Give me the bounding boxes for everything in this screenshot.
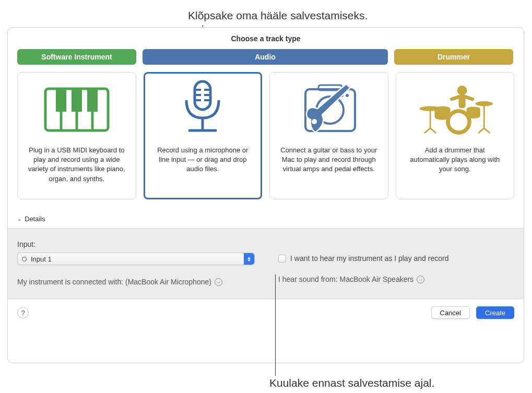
svg-point-20 xyxy=(346,94,349,97)
card-drummer[interactable]: Add a drummer that automatically plays a… xyxy=(396,72,515,199)
cancel-button[interactable]: Cancel xyxy=(431,306,470,319)
svg-point-37 xyxy=(450,113,468,130)
tab-drummer[interactable]: Drummer xyxy=(394,49,513,65)
card-description: Connect a guitar or bass to your Mac to … xyxy=(276,146,382,174)
select-arrows-icon xyxy=(244,253,254,265)
input-device-text: My instrument is connected with: (MacBoo… xyxy=(17,278,211,286)
svg-rect-6 xyxy=(87,90,98,112)
arrow-right-circle-icon: → xyxy=(417,276,424,283)
drummer-icon xyxy=(416,81,494,138)
svg-line-32 xyxy=(478,128,484,133)
create-button[interactable]: Create xyxy=(476,306,514,319)
monitor-checkbox[interactable] xyxy=(278,255,286,263)
input-select[interactable]: Input 1 xyxy=(17,253,255,265)
output-device-text: I hear sound from: MacBook Air Speakers xyxy=(278,275,413,283)
dialog-footer: ? Cancel Create xyxy=(8,299,524,326)
callout-bottom: Kuulake ennast salvestamise ajal. xyxy=(269,377,434,389)
microphone-icon xyxy=(163,81,242,138)
output-device-info[interactable]: I hear sound from: MacBook Air Speakers … xyxy=(278,275,514,283)
track-cards: Plug in a USB MIDI keyboard to play and … xyxy=(8,65,524,199)
svg-point-21 xyxy=(312,119,317,124)
input-value: Input 1 xyxy=(31,255,52,263)
callout-line xyxy=(275,275,276,376)
callout-top: Klõpsake oma hääle salvestamiseks. xyxy=(188,9,368,22)
card-audio-mic[interactable]: Record using a microphone or line input … xyxy=(144,72,263,199)
card-audio-guitar[interactable]: Connect a guitar or bass to your Mac to … xyxy=(269,72,388,199)
svg-line-29 xyxy=(430,128,436,133)
input-circle-icon xyxy=(22,257,27,261)
help-button[interactable]: ? xyxy=(17,307,29,318)
track-type-dialog: Choose a track type Software Instrument … xyxy=(7,27,524,363)
keyboard-icon xyxy=(38,81,116,138)
svg-rect-17 xyxy=(318,85,342,90)
svg-line-28 xyxy=(424,128,430,133)
details-label: Details xyxy=(25,215,45,223)
tab-audio[interactable]: Audio xyxy=(143,49,388,65)
input-label: Input: xyxy=(17,240,263,248)
card-software-instrument[interactable]: Plug in a USB MIDI keyboard to play and … xyxy=(17,72,136,199)
arrow-right-circle-icon: → xyxy=(215,278,222,286)
details-disclosure[interactable]: ⌄ Details xyxy=(8,199,524,228)
input-device-info[interactable]: My instrument is connected with: (MacBoo… xyxy=(17,278,263,286)
card-description: Record using a microphone or line input … xyxy=(150,146,256,174)
guitar-amp-icon xyxy=(290,81,368,138)
tab-software-instrument[interactable]: Software Instrument xyxy=(17,49,136,65)
chevron-down-icon: ⌄ xyxy=(17,216,21,222)
card-description: Plug in a USB MIDI keyboard to play and … xyxy=(24,146,129,184)
svg-rect-5 xyxy=(72,90,82,112)
svg-point-22 xyxy=(457,86,467,96)
category-tabs: Software Instrument Audio Drummer xyxy=(8,49,524,65)
monitor-label: I want to hear my instrument as I play a… xyxy=(290,254,448,263)
details-panel: Input: Input 1 My instrument is connecte… xyxy=(8,228,524,299)
card-description: Add a drummer that automatically plays a… xyxy=(403,146,508,174)
svg-rect-4 xyxy=(56,90,66,112)
dialog-title: Choose a track type xyxy=(8,28,524,49)
svg-line-33 xyxy=(484,128,490,133)
